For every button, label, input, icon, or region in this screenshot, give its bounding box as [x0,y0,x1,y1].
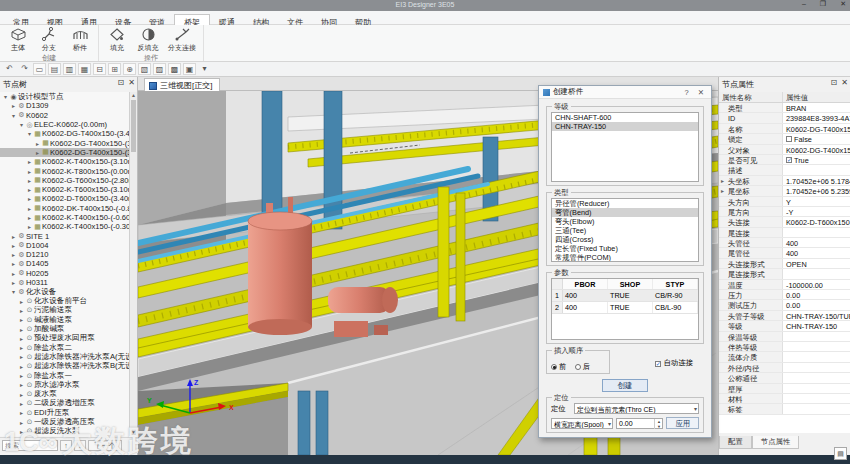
property-row[interactable]: 尾管径400 [719,248,850,258]
saveall-icon[interactable]: ▦ [78,63,91,75]
tree-item[interactable]: ▸▦K0602-DG-T400x150-(3.4.. [0,138,130,147]
list-item[interactable]: 弯头(Elbow) [552,217,698,226]
view-b-icon[interactable]: ▨ [153,63,166,75]
tree-expander-icon[interactable]: ▸ [26,205,33,212]
tree-item[interactable]: ▸⊙化水设备前平台 [0,297,130,306]
main-body-button[interactable]: 主体 [4,26,32,53]
viewport-tab-3d[interactable]: 三维视图[正交] [144,78,220,91]
tree-expander-icon[interactable]: ▸ [18,335,25,342]
redo-icon[interactable]: ↷ [18,63,31,75]
tree-item[interactable]: ▸▦K0602-DG-T400x150-(3.4.. [0,148,130,157]
tree-item[interactable]: ▾⚙化水设备 [0,287,130,296]
tree-item[interactable]: ▸▦K0602-K-T400x150-(-0.30m) [0,222,130,231]
refresh-icon[interactable]: ⊕ [123,63,136,75]
tree-item[interactable]: ▸⚙D1309 [0,101,130,110]
tree-item[interactable]: ▸▦K0602-K-T400x150-(3.10m) [0,157,130,166]
param-table[interactable]: PBORSHOPSTYP1400TRUECB/R-902400TRUECB/L-… [551,278,699,340]
property-row[interactable]: 头管径400 [719,238,850,248]
list-item[interactable]: 弯管(Bend) [552,208,698,217]
property-row[interactable]: 测试压力0.00 [719,300,850,310]
apply-button[interactable]: 应用 [666,417,699,429]
tree-expander-icon[interactable]: ▸ [26,158,33,165]
tree-item[interactable]: ▸⊙废水泵 [0,390,130,399]
tree-item[interactable]: ▸⊙碱液输送泵 [0,315,130,324]
tree-expander-icon[interactable]: ▸ [26,223,33,230]
property-row[interactable]: 压力0.00 [719,290,850,300]
property-row[interactable]: 头坐标▸1.70452e+06 5.17844e... [719,176,850,186]
tree-item[interactable]: ▾◎ELEC-K0602-(0.00m) [0,120,130,129]
close-icon[interactable]: ✕ [840,0,846,8]
tree-expander-icon[interactable]: ▸ [18,298,25,305]
save-icon[interactable]: ▥ [63,63,76,75]
tree-expander-icon[interactable]: ▸ [18,344,25,351]
undo-icon[interactable]: ↶ [3,63,16,75]
tree-expander-icon[interactable]: ▸ [10,270,17,277]
property-row[interactable]: 公称通径 [719,373,850,383]
tree-expander-icon[interactable]: ▸ [34,149,41,156]
property-row[interactable]: 类型BRAN [719,103,850,113]
tree-item[interactable]: ▸⚙D1405 [0,259,130,268]
tree-expander-icon[interactable]: ▸ [18,353,25,360]
property-row[interactable]: 锁定False [719,134,850,144]
property-row[interactable]: 头方向Y [719,197,850,207]
radio-back[interactable]: 后 [575,362,590,372]
branch-button[interactable]: 分支 [35,26,63,53]
property-row[interactable]: 头连接K0602-D-T600x150-(3... [719,217,850,227]
tree-item[interactable]: ▸▦K0602-D-T600x150-(3.40m) [0,194,130,203]
distance-input[interactable]: 0.00 ▲▼ [616,418,663,429]
print-icon[interactable]: ⊟ [93,63,106,75]
list-item[interactable]: 定长管(Fixed Tube) [552,244,698,253]
list-item[interactable]: 常规管件(PCOM) [552,253,698,262]
tree-expander-icon[interactable]: ▸ [10,102,17,109]
tree-item[interactable]: ▸⊙预处理废水回用泵 [0,334,130,343]
property-row[interactable]: 等级CHN-TRAY-150 [719,321,850,331]
tree-item[interactable]: ▸⊙加酸碱泵 [0,324,130,333]
dropdown-icon[interactable]: ▾ [198,63,211,75]
bottom-tab[interactable]: 配置 [719,436,752,449]
branch-connect-button[interactable]: 分支连接 [165,26,199,53]
tree-expander-icon[interactable]: ▸ [26,195,33,202]
bottom-tab[interactable]: 节点属性 [752,436,800,449]
tree-expander-icon[interactable]: ▸ [10,279,17,286]
checkbox-icon[interactable] [786,136,792,142]
tree-item[interactable]: ▾▦K0602-DG-T400x150-(3.40m) [0,129,130,138]
tree-expander-icon[interactable]: ▾ [18,121,25,128]
fill-button[interactable]: 填充 [103,26,131,53]
tree-expander-icon[interactable]: ▸ [26,214,33,221]
dialog-titlebar[interactable]: 创建桥件 ? ✕ [539,86,711,99]
open-icon[interactable]: ▤ [48,63,61,75]
property-row[interactable]: 描述 [719,165,850,175]
tree-expander-icon[interactable]: ▸ [18,363,25,370]
window-icon[interactable]: ▣ [183,63,196,75]
param-table-row[interactable]: 2400TRUECB/L-90 [552,302,698,314]
property-row[interactable]: 伴热等级 [719,342,850,352]
property-row[interactable]: 温度-100000.00 [719,280,850,290]
tree-expander-icon[interactable]: ▸ [18,409,25,416]
tree-item[interactable]: ▸⚙H0311 [0,278,130,287]
tree-item[interactable]: ▸⚙SITE 1 [0,231,130,240]
tree-scrollbar[interactable]: ▲ ▼ [129,92,137,436]
tree-item[interactable]: ▸▦K0602-K-T600x150-(3.10m) [0,185,130,194]
close-panel-icon[interactable]: ✕ [128,78,135,87]
property-row[interactable]: 父对象K0602-DG-T400x150-(... [719,145,850,155]
tree-expander-icon[interactable]: ▸ [10,233,17,240]
param-table-row[interactable]: 1400TRUECB/R-90 [552,290,698,302]
spinner-icon[interactable]: ▲▼ [654,419,662,429]
position-mode-select[interactable]: 定位到当前元素(Thro CE) [574,403,699,414]
maximize-icon[interactable]: ❐ [820,0,826,8]
tray-part-button[interactable]: 桥件 [66,26,94,53]
list-item[interactable]: CHN-SHAFT-600 [552,113,698,122]
tree-item[interactable]: ▸⊙EDI升压泵 [0,408,130,417]
tree-item[interactable]: ▸▦K0602-K-T800x150-(0.00m) [0,166,130,175]
minimize-icon[interactable]: – [802,0,806,8]
tree-item[interactable]: ▸⊙超滤水除铁器冲洗水泵A(无设备图纸) [0,352,130,361]
property-row[interactable]: 尾坐标▸1.70452e+06 5.23595e... [719,186,850,196]
tree-expander-icon[interactable]: ▸ [34,140,41,147]
new-icon[interactable]: ▭ [33,63,46,75]
create-button[interactable]: 创建 [602,379,648,392]
property-row[interactable]: 尾方向-Y [719,207,850,217]
tree-expander-icon[interactable]: ▾ [10,288,17,295]
property-row[interactable]: 尾连接 [719,228,850,238]
expand-icon[interactable]: ▸ [721,177,724,184]
tree-item[interactable]: ▸⊙污泥输送泵 [0,306,130,315]
